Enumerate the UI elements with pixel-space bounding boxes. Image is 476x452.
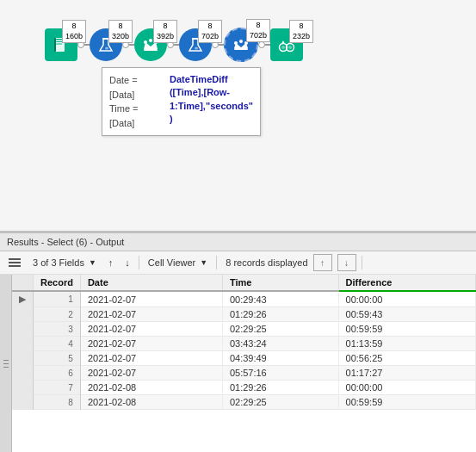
svg-rect-4 <box>54 38 56 52</box>
row-arrow <box>12 395 34 410</box>
cell-viewer-button[interactable]: Cell Viewer ▼ <box>145 256 211 269</box>
row-arrow <box>12 381 34 395</box>
svg-point-8 <box>144 40 147 44</box>
data-table: Record Date Time Difference ▶12021-02-07… <box>0 275 476 452</box>
cell-diff: 01:17:27 <box>338 366 475 381</box>
svg-rect-18 <box>234 48 248 50</box>
th-date: Date <box>80 275 222 291</box>
chevron-down-icon-2: ▼ <box>200 258 207 267</box>
row-arrow: ▶ <box>12 291 34 307</box>
row-arrow <box>12 307 34 322</box>
table-row[interactable]: 52021-02-0704:39:4900:56:25 <box>12 351 476 366</box>
row-arrow <box>12 337 34 351</box>
cell-diff: 00:59:59 <box>338 322 475 337</box>
svg-rect-3 <box>56 44 62 45</box>
cell-date: 2021-02-07 <box>80 366 222 381</box>
svg-rect-11 <box>144 49 158 51</box>
cell-date: 2021-02-07 <box>80 322 222 337</box>
cell-date: 2021-02-08 <box>80 381 222 395</box>
svg-point-15 <box>234 41 238 45</box>
cell-diff: 01:13:59 <box>338 337 475 351</box>
cell-record: 3 <box>34 322 81 337</box>
node-select2-badge: 8702b <box>246 19 270 42</box>
svg-point-13 <box>195 47 198 50</box>
svg-point-9 <box>149 39 152 42</box>
node-browse[interactable]: 8232b <box>270 28 303 61</box>
table-row[interactable]: 42021-02-0703:43:2401:13:59 <box>12 337 476 351</box>
cell-record: 5 <box>34 351 81 366</box>
nav-up-button[interactable]: ↑ <box>313 254 332 271</box>
chevron-down-icon-1: ▼ <box>89 258 96 267</box>
svg-rect-23 <box>286 46 287 49</box>
sort-desc-icon: ↓ <box>125 257 130 268</box>
cell-time: 03:43:24 <box>222 337 338 351</box>
cell-record: 8 <box>34 395 81 410</box>
th-arrow <box>12 275 34 291</box>
hamburger-icon <box>9 258 21 267</box>
node-select2[interactable]: 8702b <box>224 28 258 62</box>
node-input[interactable]: 8160b <box>45 28 77 61</box>
results-toolbar: 3 of 3 Fields ▼ ↑ ↓ Cell Viewer ▼ 8 reco… <box>0 251 476 275</box>
toolbar-separator-1 <box>139 256 139 269</box>
th-record: Record <box>34 275 81 291</box>
cell-diff: 00:56:25 <box>338 351 475 366</box>
handle-line-3 <box>3 367 9 368</box>
sort-asc-button[interactable]: ↑ <box>105 256 117 269</box>
th-difference: Difference <box>338 275 475 291</box>
table-row[interactable]: 62021-02-0705:57:1601:17:27 <box>12 366 476 381</box>
sort-desc-button[interactable]: ↓ <box>121 256 133 269</box>
node-input-badge: 8160b <box>62 20 86 43</box>
th-time: Time <box>222 275 338 291</box>
handle-line-1 <box>3 360 9 361</box>
cell-diff: 00:00:00 <box>338 381 475 395</box>
table-row[interactable]: 22021-02-0701:29:2600:59:43 <box>12 307 476 322</box>
table-row[interactable]: ▶12021-02-0700:29:4300:00:00 <box>12 291 476 307</box>
cell-time: 00:29:43 <box>222 291 338 307</box>
menu-button[interactable] <box>5 257 24 269</box>
cell-date: 2021-02-07 <box>80 307 222 322</box>
svg-point-16 <box>239 40 243 43</box>
cell-date: 2021-02-08 <box>80 395 222 410</box>
node-select1[interactable]: 8392b <box>134 28 167 61</box>
node-formula1[interactable]: 8320b <box>90 28 122 61</box>
cell-time: 02:29:25 <box>222 322 338 337</box>
svg-point-21 <box>281 46 285 49</box>
cell-time: 02:29:25 <box>222 395 338 410</box>
row-arrow <box>12 322 34 337</box>
cell-viewer-label: Cell Viewer <box>148 257 195 268</box>
cell-diff: 00:59:43 <box>338 307 475 322</box>
cell-diff: 00:59:59 <box>338 395 475 410</box>
cell-time: 05:57:16 <box>222 366 338 381</box>
cell-date: 2021-02-07 <box>80 351 222 366</box>
results-title: Results - Select (6) - Output <box>7 237 124 247</box>
tooltip-right: DateTimeDiff([Time],[Row-1:Time],"second… <box>170 73 253 130</box>
cell-record: 7 <box>34 381 81 395</box>
cell-diff: 00:00:00 <box>338 291 475 307</box>
results-title-bar: Results - Select (6) - Output <box>0 233 476 251</box>
row-arrow <box>12 351 34 366</box>
row-arrow <box>12 366 34 381</box>
svg-point-6 <box>105 47 108 50</box>
toolbar-separator-2 <box>216 256 217 269</box>
node-select1-badge: 8392b <box>153 20 177 43</box>
node-formula2-badge: 8702b <box>198 20 222 43</box>
left-handle[interactable] <box>0 275 12 452</box>
toolbar-separator-3 <box>362 256 362 269</box>
cell-record: 1 <box>34 291 81 307</box>
results-panel: Results - Select (6) - Output 3 of 3 Fie… <box>0 232 476 452</box>
formula-tooltip: Date = [Data] Time = [Data] DateTimeDiff… <box>102 67 261 136</box>
nav-down-button[interactable]: ↓ <box>337 254 356 271</box>
cell-record: 2 <box>34 307 81 322</box>
table-row[interactable]: 32021-02-0702:29:2500:59:59 <box>12 322 476 337</box>
node-formula2[interactable]: 8702b <box>179 28 212 61</box>
cell-date: 2021-02-07 <box>80 291 222 307</box>
cell-time: 04:39:49 <box>222 351 338 366</box>
nav-up-icon: ↑ <box>320 258 325 268</box>
records-count-label: 8 records displayed <box>226 257 307 268</box>
tooltip-left: Date = [Data] Time = [Data] <box>109 73 163 130</box>
node-browse-badge: 8232b <box>289 20 313 43</box>
table-row[interactable]: 72021-02-0801:29:2600:00:00 <box>12 381 476 395</box>
table-row[interactable]: 82021-02-0802:29:2500:59:59 <box>12 395 476 410</box>
fields-selector-button[interactable]: 3 of 3 Fields ▼ <box>29 256 100 269</box>
workflow-canvas: 8160b 8320b <box>0 0 476 232</box>
